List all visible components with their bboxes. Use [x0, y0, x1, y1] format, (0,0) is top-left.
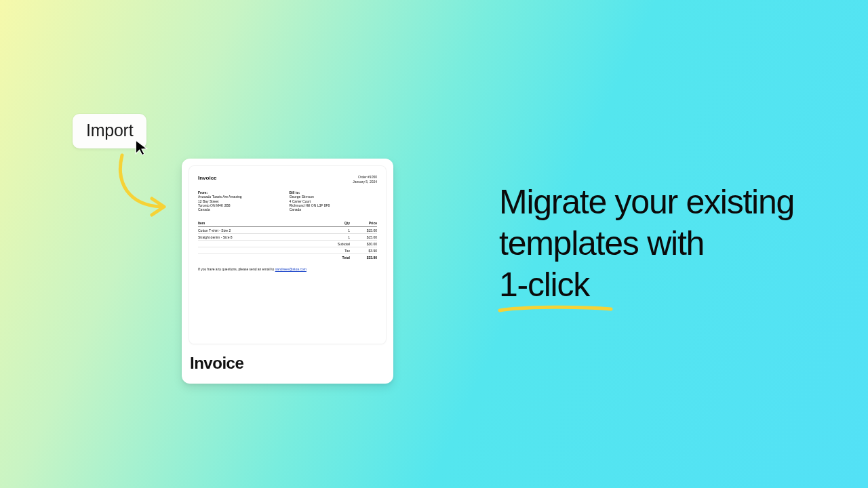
invoice-date: January 5, 2024 — [353, 180, 377, 184]
from-country: Canada — [198, 207, 210, 211]
footer-email-link[interactable]: xandreev@atoa.com — [275, 267, 307, 271]
from-label: From: — [198, 190, 208, 195]
tax-label: Tax — [330, 247, 350, 254]
from-address: From: Avocado Toasts Are Amazing 12 Bay … — [198, 190, 242, 211]
invoice-line-items: Item Qty Price Cotton T-shirt - Size 2 1… — [198, 220, 377, 260]
line-item: Straight denim - Size 8 — [198, 234, 330, 241]
table-row: Straight denim - Size 8 1 $15.00 — [198, 234, 377, 241]
headline-line2: templates with — [499, 224, 704, 262]
total-label: Total — [330, 254, 350, 261]
arrow-icon — [108, 152, 176, 227]
headline-highlight: 1-click — [499, 266, 589, 304]
footer-text: If you have any questions, please send a… — [198, 267, 275, 271]
headline: Migrate your existing templates with 1-c… — [499, 182, 838, 306]
bill-line2: Richmond Hill ON L3F 8F8 — [290, 203, 330, 207]
total-row: Total $33.90 — [198, 254, 377, 261]
line-price: $15.00 — [350, 234, 377, 241]
line-qty: 1 — [330, 234, 350, 241]
invoice-title: Invoice — [198, 175, 217, 181]
bill-line1: 4 Carter Court — [290, 199, 311, 203]
col-item: Item — [198, 220, 330, 227]
from-name: Avocado Toasts Are Amazing — [198, 195, 242, 199]
tax-row: Tax $3.90 — [198, 247, 377, 254]
line-item: Cotton T-shirt - Size 2 — [198, 227, 330, 234]
col-qty: Qty — [330, 220, 350, 227]
total-value: $33.90 — [350, 254, 377, 261]
bill-name: George Stimson — [290, 195, 314, 199]
col-price: Price — [350, 220, 377, 227]
promo-stage: Import Invoice Order #1050 January 5, 20… — [0, 0, 868, 488]
from-line2: Toronto ON M4K 2B8 — [198, 203, 231, 207]
underline-icon — [498, 304, 613, 314]
bill-address: Bill to: George Stimson 4 Carter Court R… — [290, 190, 330, 211]
headline-line1: Migrate your existing — [499, 183, 794, 221]
subtotal-label: Subtotal — [330, 241, 350, 247]
line-price: $15.00 — [350, 227, 377, 234]
bill-label: Bill to: — [290, 190, 300, 195]
template-card[interactable]: Invoice Order #1050 January 5, 2024 From… — [182, 159, 393, 384]
table-row: Cotton T-shirt - Size 2 1 $15.00 — [198, 227, 377, 234]
bill-country: Canada — [290, 207, 302, 211]
invoice-footer: If you have any questions, please send a… — [198, 267, 377, 271]
card-title: Invoice — [182, 344, 393, 384]
tax-value: $3.90 — [350, 247, 377, 254]
from-line1: 12 Bay Street — [198, 199, 218, 203]
line-qty: 1 — [330, 227, 350, 234]
import-button-label: Import — [86, 121, 133, 140]
invoice-preview: Invoice Order #1050 January 5, 2024 From… — [189, 165, 387, 344]
subtotal-value: $30.00 — [350, 241, 377, 247]
subtotal-row: Subtotal $30.00 — [198, 241, 377, 247]
